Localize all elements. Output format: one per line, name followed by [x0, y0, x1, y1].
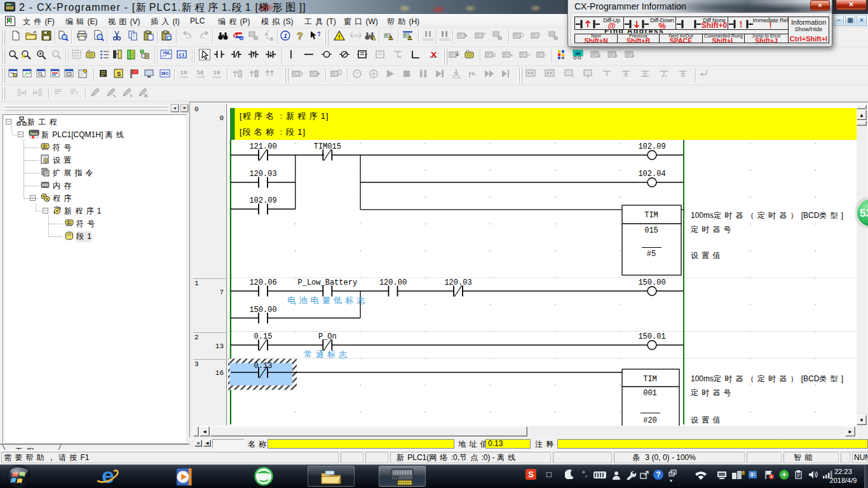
svg-text:2: 2	[493, 53, 496, 58]
svg-text:102.09: 102.09	[249, 196, 276, 205]
svg-text:+: +	[484, 31, 486, 36]
svg-text:120.03: 120.03	[444, 278, 471, 287]
svg-text:x: x	[615, 53, 618, 58]
svg-text:TIM015: TIM015	[314, 142, 341, 151]
svg-text:HH: HH	[575, 51, 580, 57]
svg-text:B: B	[270, 36, 273, 41]
svg-text:150.01: 150.01	[638, 332, 665, 341]
svg-text:100ms定时器（定时器）[BCD类型]: 100ms定时器（定时器）[BCD类型]	[691, 211, 843, 220]
svg-text:%: %	[130, 93, 133, 98]
svg-text:100ms定时器（定时器）[BCD类型]: 100ms定时器（定时器）[BCD类型]	[691, 374, 843, 383]
svg-text:DEC: DEC	[161, 72, 169, 76]
svg-text:TIM: TIM	[644, 211, 658, 220]
svg-text:120.00: 120.00	[379, 278, 407, 287]
svg-text:[段名称 : 段1]: [段名称 : 段1]	[240, 127, 306, 137]
svg-text:设置值: 设置值	[691, 251, 724, 260]
svg-text:#5: #5	[647, 250, 656, 259]
svg-text:√: √	[632, 53, 635, 58]
svg-text:设置值: 设置值	[691, 416, 724, 424]
svg-text:i: i	[283, 32, 288, 40]
svg-text:roman: roman	[179, 76, 188, 79]
svg-text:定时器号: 定时器号	[691, 388, 735, 397]
svg-text:102.09: 102.09	[638, 142, 665, 151]
svg-text:电池电量低标志: 电池电量低标志	[287, 295, 368, 305]
svg-text:0.15: 0.15	[254, 332, 273, 341]
svg-text:S: S	[117, 71, 121, 78]
svg-text:10101: 10101	[423, 37, 434, 41]
svg-text:102.04: 102.04	[638, 170, 665, 179]
svg-text:6: 6	[742, 470, 745, 477]
svg-text:-: -	[545, 53, 547, 58]
svg-text:roman: roman	[212, 76, 221, 79]
svg-text:10101: 10101	[350, 34, 362, 38]
svg-text:A: A	[265, 31, 268, 37]
svg-text:?: ?	[317, 30, 320, 38]
svg-text:CI: CI	[179, 52, 185, 58]
svg-text:x: x	[510, 53, 513, 58]
svg-text:150.00: 150.00	[249, 306, 276, 315]
svg-text:!: !	[409, 36, 411, 41]
svg-text:10101: 10101	[439, 37, 451, 41]
svg-text:常通标志: 常通标志	[304, 349, 351, 359]
svg-text:#20: #20	[643, 416, 657, 425]
svg-text:√: √	[527, 53, 530, 58]
svg-text:!: !	[337, 34, 341, 41]
svg-text:2: 2	[598, 53, 600, 58]
svg-text:P_Low_Battery: P_Low_Battery	[297, 278, 357, 287]
svg-text:120.03: 120.03	[249, 170, 276, 179]
svg-text:015: 015	[644, 226, 658, 235]
svg-text:[程序名 : 新程序1]: [程序名 : 新程序1]	[240, 111, 329, 121]
svg-text:150.00: 150.00	[638, 278, 665, 287]
svg-text:001: 001	[643, 389, 657, 398]
svg-text:120.06: 120.06	[249, 278, 276, 287]
svg-text:!: !	[371, 36, 374, 41]
svg-text:121.00: 121.00	[249, 142, 276, 151]
svg-text:e: e	[102, 466, 114, 487]
svg-text:TIM: TIM	[643, 375, 657, 384]
svg-text:定时器号: 定时器号	[691, 225, 735, 234]
svg-text:roman: roman	[195, 76, 205, 79]
svg-text:0.13: 0.13	[254, 362, 273, 370]
svg-text:!: !	[738, 20, 743, 30]
svg-text:P_On: P_On	[318, 332, 337, 341]
svg-text:!: !	[390, 36, 392, 41]
svg-text:?: ?	[297, 31, 303, 41]
